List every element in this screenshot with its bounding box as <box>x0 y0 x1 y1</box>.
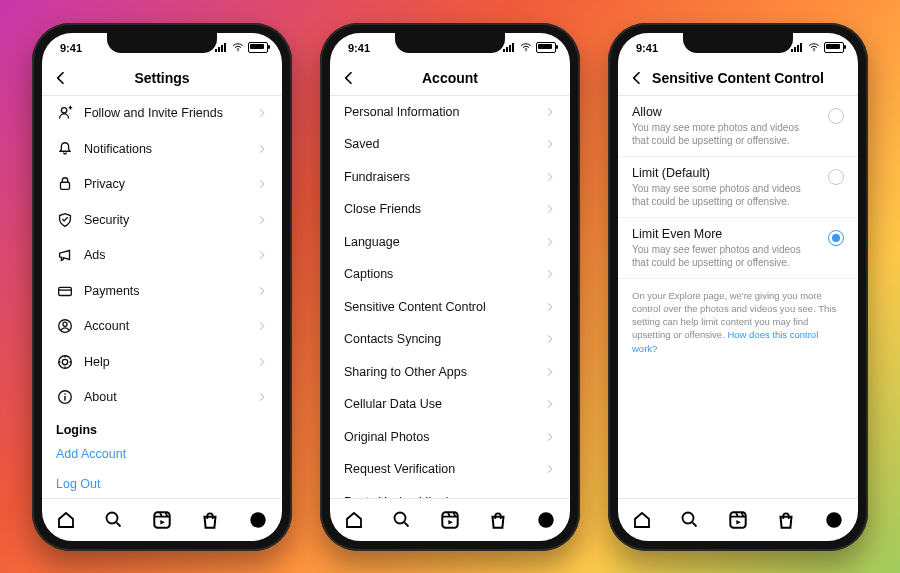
settings-row-label: About <box>84 390 117 404</box>
settings-row[interactable]: Security <box>42 202 282 238</box>
settings-row[interactable]: Account <box>42 309 282 345</box>
back-button[interactable] <box>626 67 648 89</box>
account-row[interactable]: Sensitive Content Control <box>330 291 570 324</box>
account-row[interactable]: Request Verification <box>330 453 570 486</box>
scc-option[interactable]: AllowYou may see more photos and videos … <box>618 96 858 157</box>
tab-profile[interactable] <box>247 509 269 531</box>
radio-button[interactable] <box>828 169 844 185</box>
nav-bar: Settings <box>42 61 282 96</box>
settings-row[interactable]: Follow and Invite Friends <box>42 96 282 132</box>
screen-account: 9:41 Account Personal InformationSavedFu… <box>330 33 570 541</box>
chevron-right-icon <box>544 333 556 345</box>
account-icon <box>56 317 74 335</box>
help-icon <box>56 353 74 371</box>
account-list[interactable]: Personal InformationSavedFundraisersClos… <box>330 96 570 498</box>
tab-shop[interactable] <box>775 509 797 531</box>
tab-reels[interactable] <box>727 509 749 531</box>
account-row[interactable]: Language <box>330 226 570 259</box>
status-right <box>503 42 556 54</box>
settings-row[interactable]: Notifications <box>42 131 282 167</box>
notch <box>683 31 793 53</box>
chevron-right-icon <box>256 249 268 261</box>
settings-row[interactable]: Help <box>42 344 282 380</box>
chevron-right-icon <box>256 320 268 332</box>
account-row[interactable]: Captions <box>330 258 570 291</box>
account-row-label: Saved <box>344 137 379 151</box>
tab-search[interactable] <box>103 509 125 531</box>
page-title: Settings <box>42 70 282 86</box>
status-right <box>215 42 268 54</box>
back-button[interactable] <box>50 67 72 89</box>
tab-search[interactable] <box>679 509 701 531</box>
account-row[interactable]: Cellular Data Use <box>330 388 570 421</box>
tab-home[interactable] <box>343 509 365 531</box>
notch <box>107 31 217 53</box>
settings-row[interactable]: About <box>42 380 282 416</box>
chevron-right-icon <box>544 236 556 248</box>
account-row[interactable]: Close Friends <box>330 193 570 226</box>
wifi-icon <box>520 42 532 54</box>
page-title: Account <box>330 70 570 86</box>
chevron-right-icon <box>256 391 268 403</box>
back-button[interactable] <box>338 67 360 89</box>
add-friends-icon <box>56 104 74 122</box>
tab-bar <box>42 498 282 541</box>
screen-settings: 9:41 Settings Follow and Invite FriendsN… <box>42 33 282 541</box>
scc-body[interactable]: AllowYou may see more photos and videos … <box>618 96 858 498</box>
chevron-right-icon <box>544 431 556 443</box>
account-row[interactable]: Fundraisers <box>330 161 570 194</box>
tab-home[interactable] <box>55 509 77 531</box>
status-time: 9:41 <box>60 42 82 54</box>
info-icon <box>56 388 74 406</box>
nav-bar: Sensitive Content Control <box>618 61 858 96</box>
radio-button[interactable] <box>828 108 844 124</box>
tab-shop[interactable] <box>487 509 509 531</box>
account-row-label: Sensitive Content Control <box>344 300 486 314</box>
chevron-right-icon <box>544 463 556 475</box>
chevron-right-icon <box>544 268 556 280</box>
lock-icon <box>56 175 74 193</box>
account-row-label: Contacts Syncing <box>344 332 441 346</box>
tab-profile[interactable] <box>535 509 557 531</box>
tab-profile[interactable] <box>823 509 845 531</box>
account-row[interactable]: Personal Information <box>330 96 570 129</box>
chevron-right-icon <box>544 203 556 215</box>
battery-icon <box>248 42 268 53</box>
settings-row[interactable]: Ads <box>42 238 282 274</box>
settings-row-label: Privacy <box>84 177 125 191</box>
settings-row-label: Help <box>84 355 110 369</box>
nav-bar: Account <box>330 61 570 96</box>
scc-option[interactable]: Limit Even MoreYou may see fewer photos … <box>618 218 858 279</box>
chevron-right-icon <box>544 366 556 378</box>
account-row[interactable]: Saved <box>330 128 570 161</box>
tab-reels[interactable] <box>151 509 173 531</box>
tab-bar <box>330 498 570 541</box>
login-link[interactable]: Log Out <box>42 469 282 498</box>
status-time: 9:41 <box>348 42 370 54</box>
scc-option-desc: You may see some photos and videos that … <box>632 182 818 208</box>
page-title: Sensitive Content Control <box>618 70 858 86</box>
scc-option-title: Limit Even More <box>632 227 818 241</box>
account-row[interactable]: Contacts Syncing <box>330 323 570 356</box>
tab-search[interactable] <box>391 509 413 531</box>
settings-row[interactable]: Privacy <box>42 167 282 203</box>
logins-header: Logins <box>42 415 282 439</box>
tab-shop[interactable] <box>199 509 221 531</box>
login-link[interactable]: Add Account <box>42 439 282 469</box>
account-row[interactable]: Sharing to Other Apps <box>330 356 570 389</box>
radio-button[interactable] <box>828 230 844 246</box>
tab-reels[interactable] <box>439 509 461 531</box>
chevron-right-icon <box>544 301 556 313</box>
chevron-right-icon <box>544 138 556 150</box>
scc-option[interactable]: Limit (Default)You may see some photos a… <box>618 157 858 218</box>
settings-row-label: Account <box>84 319 129 333</box>
settings-row[interactable]: Payments <box>42 273 282 309</box>
account-row[interactable]: Original Photos <box>330 421 570 454</box>
scc-option-title: Limit (Default) <box>632 166 818 180</box>
signal-icon <box>503 43 516 52</box>
status-right <box>791 42 844 54</box>
account-row[interactable]: Posts You've Liked <box>330 486 570 498</box>
tab-home[interactable] <box>631 509 653 531</box>
settings-row-label: Security <box>84 213 129 227</box>
settings-list[interactable]: Follow and Invite FriendsNotificationsPr… <box>42 96 282 498</box>
